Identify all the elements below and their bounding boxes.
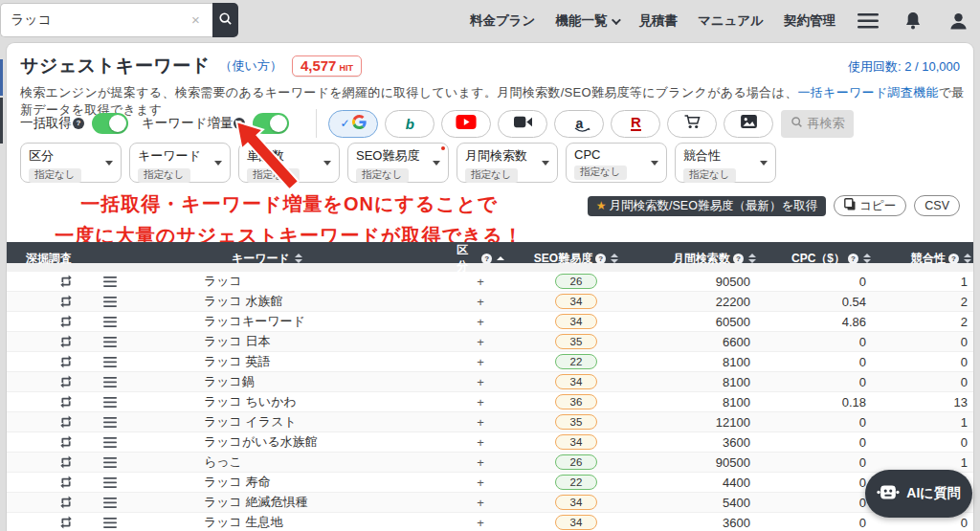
menu-icon[interactable] <box>103 297 117 307</box>
deep-dive-icon[interactable] <box>59 335 73 348</box>
menu-icon[interactable] <box>103 277 117 287</box>
col-keyword[interactable]: キーワード <box>189 251 457 267</box>
bulk-survey-link[interactable]: 一括キーワード調査機能 <box>798 85 939 100</box>
engine-youtube-button[interactable] <box>441 110 491 138</box>
engine-image-button[interactable] <box>724 110 773 138</box>
keyword-cell[interactable]: ラッコがいる水族館 <box>189 433 457 451</box>
keyword-cell[interactable]: ラッコ 日本 <box>189 333 457 350</box>
help-icon[interactable]: ? <box>234 118 245 129</box>
search-button[interactable] <box>212 3 238 37</box>
boost-toggle[interactable] <box>253 113 289 134</box>
bulk-toggle[interactable] <box>92 113 128 134</box>
filter-kubun[interactable]: 区分指定なし <box>20 143 122 183</box>
keyword-cell[interactable]: ラッコ 生息地 <box>189 514 457 531</box>
help-icon[interactable]: ? <box>848 254 858 264</box>
deep-dive-icon[interactable] <box>59 435 73 449</box>
help-icon[interactable]: ? <box>595 254 606 264</box>
keyword-cell[interactable]: ラッコ鍋 <box>189 373 457 390</box>
engine-bing-button[interactable]: b <box>385 110 434 138</box>
deep-dive-icon[interactable] <box>59 375 73 388</box>
fetch-latest-button[interactable]: ★月間検索数/SEO難易度（最新）を取得 <box>588 196 826 216</box>
deep-dive-icon[interactable] <box>59 315 73 328</box>
engine-shopping-button[interactable] <box>667 110 717 138</box>
table-row[interactable]: ラッコ 日本 + 35 6600 0 0 <box>7 332 973 352</box>
nav-quote[interactable]: 見積書 <box>638 12 678 30</box>
kubun-cell[interactable]: + <box>457 516 504 530</box>
col-volume[interactable]: 月間検索数? <box>648 251 760 267</box>
table-row[interactable]: ラッコ ちいかわ + 36 8100 0.18 13 <box>7 392 973 412</box>
howto-link[interactable]: （使い方） <box>220 57 282 75</box>
nav-pricing[interactable]: 料金プラン <box>470 12 535 30</box>
menu-icon[interactable] <box>103 357 117 367</box>
table-row[interactable]: ラッコ 寿命 + 22 4400 0 0 <box>7 473 973 493</box>
deep-dive-icon[interactable] <box>59 496 73 509</box>
kubun-cell[interactable]: + <box>457 335 504 349</box>
filter-keyword[interactable]: キーワード指定なし <box>129 143 231 183</box>
nav-features[interactable]: 機能一覧 <box>555 12 618 30</box>
help-icon[interactable]: ? <box>948 254 959 264</box>
deep-dive-icon[interactable] <box>59 395 73 409</box>
menu-icon[interactable] <box>103 377 117 387</box>
research-button[interactable]: 再検索 <box>781 110 854 138</box>
keyword-cell[interactable]: ラッコ <box>189 273 457 290</box>
table-row[interactable]: ラッコ 絶滅危惧種 + 34 5400 0 0 <box>7 493 973 513</box>
col-dig[interactable]: 深掘調査 <box>7 251 189 267</box>
table-row[interactable]: ラッコがいる水族館 + 34 3600 0 0 <box>7 432 973 453</box>
keyword-cell[interactable]: ラッコ 水族館 <box>189 293 457 310</box>
keyword-cell[interactable]: ラッコキーワード <box>189 313 457 330</box>
user-icon[interactable] <box>946 11 970 31</box>
table-row[interactable]: ラッコ イラスト + 35 12100 0 1 <box>7 412 973 432</box>
table-row[interactable]: ラッコキーワード + 34 60500 4.86 2 <box>7 312 973 332</box>
table-row[interactable]: らっこ + 26 90500 0 1 <box>7 453 973 473</box>
filter-search-volume[interactable]: 月間検索数指定なし <box>457 143 558 183</box>
table-row[interactable]: ラッコ 水族館 + 34 22200 0.54 2 <box>7 292 973 312</box>
kubun-cell[interactable]: + <box>457 355 504 369</box>
col-kubun[interactable]: 区分? <box>457 242 504 275</box>
kubun-cell[interactable]: + <box>457 375 504 389</box>
table-row[interactable]: ラッコ + 26 90500 0 1 <box>7 272 973 292</box>
engine-video-button[interactable] <box>498 110 547 138</box>
menu-icon[interactable] <box>103 498 117 508</box>
search-input[interactable] <box>0 3 212 37</box>
filter-word-count[interactable]: 単語数指定なし <box>238 143 340 183</box>
table-row[interactable]: ラッコ 生息地 + 34 3600 0 0 <box>7 513 973 531</box>
col-cpc[interactable]: CPC（$）? <box>760 251 873 267</box>
deep-dive-icon[interactable] <box>59 476 73 489</box>
help-icon[interactable]: ? <box>73 118 84 129</box>
kubun-cell[interactable]: + <box>457 415 504 430</box>
kubun-cell[interactable]: + <box>457 295 504 309</box>
nav-contract[interactable]: 契約管理 <box>784 12 835 30</box>
kubun-cell[interactable]: + <box>457 395 504 409</box>
keyword-cell[interactable]: ラッコ 絶滅危惧種 <box>189 494 457 511</box>
col-seo[interactable]: SEO難易度? <box>504 251 648 267</box>
engine-amazon-button[interactable]: a <box>554 110 604 138</box>
menu-icon[interactable] <box>103 317 117 327</box>
filter-competition[interactable]: 競合性指定なし <box>675 143 776 183</box>
deep-dive-icon[interactable] <box>59 295 73 308</box>
menu-icon[interactable] <box>103 337 117 347</box>
filter-seo-difficulty[interactable]: SEO難易度指定なし <box>347 143 449 183</box>
menu-icon[interactable] <box>103 457 117 468</box>
menu-icon[interactable] <box>103 397 117 408</box>
keyword-cell[interactable]: ラッコ イラスト <box>189 413 457 431</box>
filter-cpc[interactable]: CPC指定なし <box>566 143 667 183</box>
kubun-cell[interactable]: + <box>457 435 504 450</box>
menu-icon[interactable] <box>103 437 117 448</box>
col-competition[interactable]: 競合性? <box>873 251 973 267</box>
copy-button[interactable]: コピー <box>834 195 906 216</box>
kubun-cell[interactable]: + <box>457 455 504 470</box>
menu-icon[interactable] <box>103 417 117 428</box>
table-row[interactable]: ラッコ鍋 + 34 8100 0 0 <box>7 372 973 392</box>
keyword-cell[interactable]: ラッコ 英語 <box>189 353 457 370</box>
help-icon[interactable]: ? <box>733 254 744 264</box>
kubun-cell[interactable]: + <box>457 496 504 510</box>
table-row[interactable]: ラッコ 英語 + 22 8100 0 0 <box>7 352 973 372</box>
kubun-cell[interactable]: + <box>457 476 504 490</box>
deep-dive-icon[interactable] <box>59 355 73 368</box>
nav-manual[interactable]: マニュアル <box>698 12 764 30</box>
menu-icon[interactable] <box>103 477 117 488</box>
kubun-cell[interactable]: + <box>457 275 504 289</box>
deep-dive-icon[interactable] <box>59 415 73 429</box>
bell-icon[interactable] <box>901 11 925 31</box>
deep-dive-icon[interactable] <box>59 455 73 469</box>
